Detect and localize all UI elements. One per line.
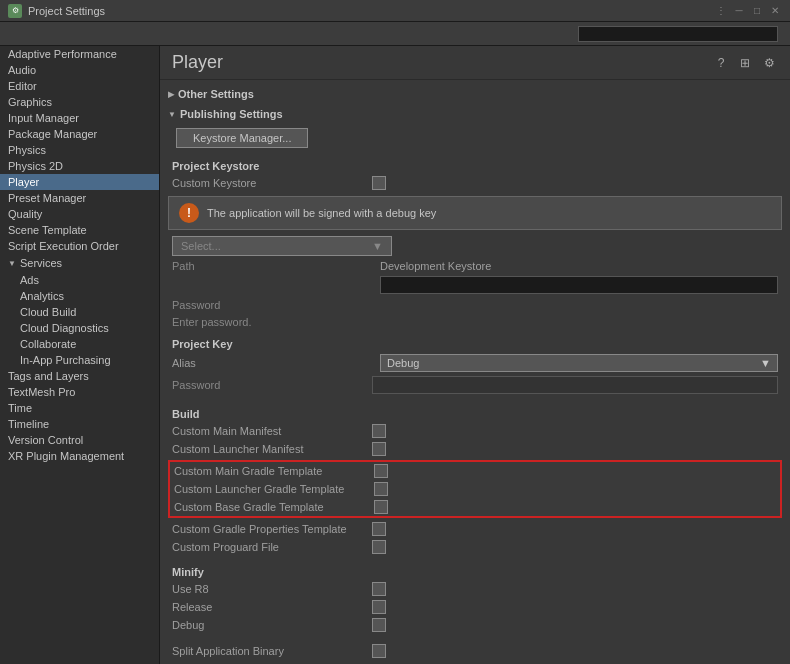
sidebar-item-player[interactable]: Player — [0, 174, 159, 190]
keystore-manager-button[interactable]: Keystore Manager... — [176, 128, 308, 148]
custom-launcher-gradle-checkbox[interactable] — [374, 482, 388, 496]
custom-proguard-label: Custom Proguard File — [172, 541, 372, 553]
custom-launcher-manifest-row: Custom Launcher Manifest — [168, 440, 782, 458]
custom-keystore-label: Custom Keystore — [172, 177, 372, 189]
services-triangle: ▼ — [8, 259, 16, 268]
debug-row: Debug — [168, 616, 782, 634]
minify-header: Minify — [168, 562, 782, 580]
release-checkbox[interactable] — [372, 600, 386, 614]
other-settings-label: Other Settings — [178, 88, 254, 100]
sidebar-services-header[interactable]: ▼ Services — [0, 254, 159, 272]
other-settings-header[interactable]: ▶ Other Settings — [168, 84, 782, 104]
main-layout: Adaptive Performance Audio Editor Graphi… — [0, 46, 790, 664]
path-devkey-row: Path Development Keystore — [168, 258, 782, 274]
custom-launcher-manifest-label: Custom Launcher Manifest — [172, 443, 372, 455]
custom-main-manifest-row: Custom Main Manifest — [168, 422, 782, 440]
split-application-binary-label: Split Application Binary — [172, 645, 372, 657]
split-application-binary-row: Split Application Binary — [168, 642, 782, 660]
app-icon: ⚙ — [8, 4, 22, 18]
info-box: ! The application will be signed with a … — [168, 196, 782, 230]
dev-keystore-label: Development Keystore — [380, 260, 778, 272]
minimize-btn[interactable]: ─ — [732, 4, 746, 18]
debug-checkbox[interactable] — [372, 618, 386, 632]
custom-keystore-checkbox[interactable] — [372, 176, 386, 190]
sidebar-item-textmesh-pro[interactable]: TextMesh Pro — [0, 384, 159, 400]
sidebar-item-script-execution-order[interactable]: Script Execution Order — [0, 238, 159, 254]
project-key-password-input[interactable] — [372, 376, 778, 394]
custom-main-manifest-label: Custom Main Manifest — [172, 425, 372, 437]
sidebar-item-collaborate[interactable]: Collaborate — [0, 336, 159, 352]
sidebar-item-physics[interactable]: Physics — [0, 142, 159, 158]
custom-proguard-row: Custom Proguard File — [168, 538, 782, 556]
sidebar-item-graphics[interactable]: Graphics — [0, 94, 159, 110]
sidebar-item-editor[interactable]: Editor — [0, 78, 159, 94]
password-label: Password — [172, 299, 372, 311]
sidebar-item-physics-2d[interactable]: Physics 2D — [0, 158, 159, 174]
select-placeholder: Select... — [181, 240, 221, 252]
maximize-btn[interactable]: □ — [750, 4, 764, 18]
sidebar-item-input-manager[interactable]: Input Manager — [0, 110, 159, 126]
search-input[interactable] — [578, 26, 778, 42]
window-title: Project Settings — [28, 5, 714, 17]
other-settings-triangle: ▶ — [168, 90, 174, 99]
sidebar-item-ads[interactable]: Ads — [0, 272, 159, 288]
layout-icon[interactable]: ⊞ — [736, 54, 754, 72]
sidebar-item-xr-plugin-management[interactable]: XR Plugin Management — [0, 448, 159, 464]
custom-gradle-properties-checkbox[interactable] — [372, 522, 386, 536]
sidebar-item-in-app-purchasing[interactable]: In-App Purchasing — [0, 352, 159, 368]
sidebar-item-analytics[interactable]: Analytics — [0, 288, 159, 304]
custom-launcher-gradle-label: Custom Launcher Gradle Template — [174, 483, 374, 495]
path-label: Path — [172, 260, 372, 272]
use-r8-checkbox[interactable] — [372, 582, 386, 596]
settings-icon[interactable]: ⚙ — [760, 54, 778, 72]
project-key-header: Project Key — [168, 334, 782, 352]
alias-value: Debug — [387, 357, 419, 369]
build-section-header: Build — [168, 404, 782, 422]
project-keystore-header: Project Keystore — [168, 156, 782, 174]
publishing-settings-header[interactable]: ▼ Publishing Settings — [168, 104, 782, 124]
project-key-password-label: Password — [172, 379, 372, 391]
enter-password-text: Enter password. — [168, 314, 782, 330]
split-application-binary-checkbox[interactable] — [372, 644, 386, 658]
close-btn[interactable]: ✕ — [768, 4, 782, 18]
use-r8-label: Use R8 — [172, 583, 372, 595]
select-row: Select... ▼ — [168, 234, 782, 258]
page-title: Player — [172, 52, 223, 73]
custom-base-gradle-label: Custom Base Gradle Template — [174, 501, 374, 513]
header-icons: ? ⊞ ⚙ — [712, 54, 778, 72]
keystore-select[interactable]: Select... ▼ — [172, 236, 392, 256]
alias-label: Alias — [172, 357, 372, 369]
sidebar-item-package-manager[interactable]: Package Manager — [0, 126, 159, 142]
release-row: Release — [168, 598, 782, 616]
menu-btn[interactable]: ⋮ — [714, 4, 728, 18]
sidebar-item-adaptive-performance[interactable]: Adaptive Performance — [0, 46, 159, 62]
publishing-settings-label: Publishing Settings — [180, 108, 283, 120]
sidebar-item-version-control[interactable]: Version Control — [0, 432, 159, 448]
sidebar-item-quality[interactable]: Quality — [0, 206, 159, 222]
path-input-row — [168, 274, 782, 296]
alias-row: Alias Debug ▼ — [168, 352, 782, 374]
custom-main-gradle-row: Custom Main Gradle Template — [170, 462, 780, 480]
sidebar-item-audio[interactable]: Audio — [0, 62, 159, 78]
debug-label: Debug — [172, 619, 372, 631]
sidebar-item-preset-manager[interactable]: Preset Manager — [0, 190, 159, 206]
help-icon[interactable]: ? — [712, 54, 730, 72]
sidebar-item-scene-template[interactable]: Scene Template — [0, 222, 159, 238]
custom-base-gradle-checkbox[interactable] — [374, 500, 388, 514]
custom-gradle-properties-row: Custom Gradle Properties Template — [168, 520, 782, 538]
custom-launcher-manifest-checkbox[interactable] — [372, 442, 386, 456]
custom-main-gradle-label: Custom Main Gradle Template — [174, 465, 374, 477]
custom-proguard-checkbox[interactable] — [372, 540, 386, 554]
custom-main-manifest-checkbox[interactable] — [372, 424, 386, 438]
main-section: ▶ Other Settings ▼ Publishing Settings K… — [160, 80, 790, 664]
sidebar-item-cloud-build[interactable]: Cloud Build — [0, 304, 159, 320]
sidebar-item-tags-and-layers[interactable]: Tags and Layers — [0, 368, 159, 384]
alias-dropdown[interactable]: Debug ▼ — [380, 354, 778, 372]
dev-keystore-input[interactable] — [380, 276, 778, 294]
sidebar-services-label: Services — [20, 257, 62, 269]
custom-main-gradle-checkbox[interactable] — [374, 464, 388, 478]
window-controls[interactable]: ⋮ ─ □ ✕ — [714, 4, 782, 18]
sidebar-item-time[interactable]: Time — [0, 400, 159, 416]
sidebar-item-timeline[interactable]: Timeline — [0, 416, 159, 432]
sidebar-item-cloud-diagnostics[interactable]: Cloud Diagnostics — [0, 320, 159, 336]
